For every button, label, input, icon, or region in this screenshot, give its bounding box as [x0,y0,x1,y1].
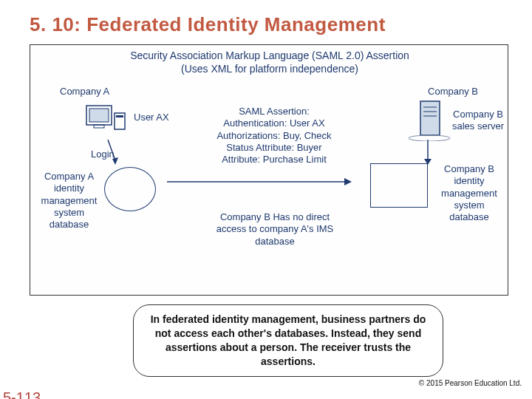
company-b-server-label: Company B sales server [451,109,505,133]
copyright: © 2015 Pearson Education Ltd. [419,379,522,387]
slide-title: 5. 10: Federated Identity Management [0,0,532,45]
svg-marker-6 [344,178,352,185]
arrow-right [167,174,352,189]
company-b-db-icon [370,163,428,208]
company-b-label: Company B [428,86,478,98]
company-a-db-icon [104,167,156,211]
svg-line-7 [108,140,115,160]
company-b-note: Company B Has no direct access to compan… [205,211,345,248]
server-arrow [420,140,443,166]
svg-rect-4 [116,115,123,117]
svg-rect-11 [420,101,440,135]
svg-rect-1 [89,109,109,122]
computer-icon [83,103,128,140]
server-icon [406,97,454,141]
caption-box: In federated identity management, busine… [133,304,443,377]
diagram-frame: Security Association Markup Language (SA… [30,44,508,296]
svg-point-15 [409,135,450,141]
page-number: 5-113 [3,389,41,399]
saml-assertion-label: SAML Assertion: Authentication: User AX … [208,106,341,166]
company-b-db-label: Company B identity management system dat… [435,163,503,223]
company-a-label: Company A [60,86,109,98]
company-a-db-label: Company A identity management system dat… [38,171,100,231]
diagram-header-2: (Uses XML for platform independence) [30,63,509,76]
diagram-header-1: Security Association Markup Language (SA… [30,50,509,63]
svg-marker-8 [112,157,118,165]
login-arrow [100,140,123,166]
user-ax-label: User AX [134,112,169,123]
